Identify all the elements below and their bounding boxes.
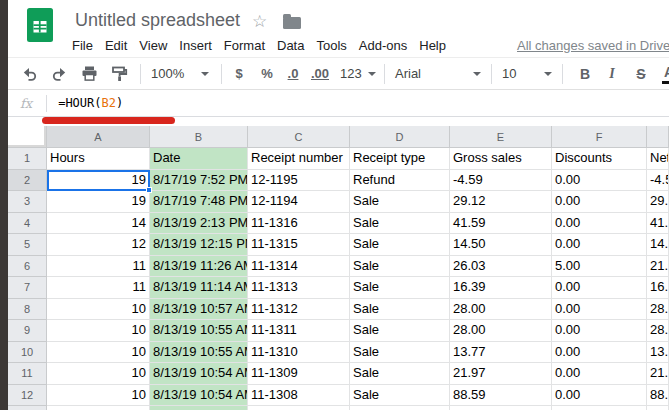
cell-D9[interactable]: Sale	[350, 320, 450, 342]
increase-decimals-button[interactable]: .00	[308, 66, 332, 81]
menu-help[interactable]: Help	[419, 36, 446, 56]
cell-B11[interactable]: 8/13/19 10:54 AM	[150, 363, 248, 385]
cell-A11[interactable]: 10	[47, 363, 150, 385]
cell-A10[interactable]: 10	[47, 342, 150, 364]
cell-F12[interactable]: 0.00	[552, 385, 647, 407]
row-header-13[interactable]	[8, 406, 47, 410]
star-icon[interactable]: ☆	[252, 11, 267, 32]
paint-format-button[interactable]	[111, 65, 128, 82]
row-header-6[interactable]: 6	[8, 256, 47, 278]
document-title[interactable]: Untitled spreadsheet	[75, 10, 240, 31]
currency-format-button[interactable]: $	[230, 66, 248, 81]
cell-C13[interactable]	[248, 406, 350, 410]
cell-B2[interactable]: 8/17/19 7:52 PM	[150, 170, 248, 192]
cell-A9[interactable]: 10	[47, 320, 150, 342]
column-header-B[interactable]: B	[150, 126, 248, 148]
save-status-link[interactable]: All changes saved in Drive	[517, 38, 669, 53]
cell-D5[interactable]: Sale	[350, 234, 450, 256]
cell-C2[interactable]: 12-1195	[248, 170, 350, 192]
cell-F10[interactable]: 0.00	[552, 342, 647, 364]
row-header-3[interactable]: 3	[8, 191, 47, 213]
zoom-select[interactable]: 100%	[151, 66, 209, 81]
cell-D7[interactable]: Sale	[350, 277, 450, 299]
cell-G11[interactable]: 21.97	[647, 363, 669, 385]
row-header-11[interactable]: 11	[8, 363, 47, 385]
cell-D3[interactable]: Sale	[350, 191, 450, 213]
cell-G1[interactable]: Net sales	[647, 148, 669, 170]
cell-D10[interactable]: Sale	[350, 342, 450, 364]
column-header-A[interactable]: A	[47, 126, 150, 148]
cell-F3[interactable]: 0.00	[552, 191, 647, 213]
row-header-9[interactable]: 9	[8, 320, 47, 342]
cell-E6[interactable]: 26.03	[450, 256, 552, 278]
cell-E4[interactable]: 41.59	[450, 213, 552, 235]
menu-add-ons[interactable]: Add-ons	[359, 36, 407, 56]
cell-E5[interactable]: 14.50	[450, 234, 552, 256]
cell-F8[interactable]: 0.00	[552, 299, 647, 321]
cell-D13[interactable]	[350, 406, 450, 410]
row-header-1[interactable]: 1	[8, 148, 47, 170]
cell-G6[interactable]: 21.03	[647, 256, 669, 278]
cell-D4[interactable]: Sale	[350, 213, 450, 235]
cell-E13[interactable]	[450, 406, 552, 410]
cell-F2[interactable]: 0.00	[552, 170, 647, 192]
cell-B12[interactable]: 8/13/19 10:54 AM	[150, 385, 248, 407]
fill-handle[interactable]	[146, 187, 152, 193]
cell-A4[interactable]: 14	[47, 213, 150, 235]
cell-A7[interactable]: 11	[47, 277, 150, 299]
text-color-button[interactable]: A	[661, 64, 669, 84]
cell-E10[interactable]: 13.77	[450, 342, 552, 364]
cell-E7[interactable]: 16.39	[450, 277, 552, 299]
cell-D11[interactable]: Sale	[350, 363, 450, 385]
cell-G4[interactable]: 41.59	[647, 213, 669, 235]
cell-E12[interactable]: 88.59	[450, 385, 552, 407]
cell-B5[interactable]: 8/13/19 12:15 PM	[150, 234, 248, 256]
row-header-7[interactable]: 7	[8, 277, 47, 299]
cell-C1[interactable]: Receipt number	[248, 148, 350, 170]
cell-B8[interactable]: 8/13/19 10:57 AM	[150, 299, 248, 321]
cell-G3[interactable]: 29.12	[647, 191, 669, 213]
cell-C11[interactable]: 11-1309	[248, 363, 350, 385]
cell-C5[interactable]: 11-1315	[248, 234, 350, 256]
cell-F7[interactable]: 0.00	[552, 277, 647, 299]
font-family-select[interactable]: Arial	[395, 66, 481, 81]
cell-G2[interactable]: -4.59	[647, 170, 669, 192]
cell-A6[interactable]: 11	[47, 256, 150, 278]
cell-B4[interactable]: 8/13/19 2:13 PM	[150, 213, 248, 235]
column-header-partial[interactable]	[647, 126, 669, 148]
menu-data[interactable]: Data	[277, 36, 304, 56]
cell-C6[interactable]: 11-1314	[248, 256, 350, 278]
menu-file[interactable]: File	[72, 36, 93, 56]
percent-format-button[interactable]: %	[258, 66, 276, 81]
cell-F13[interactable]	[552, 406, 647, 410]
font-size-select[interactable]: 10	[502, 66, 552, 81]
menu-insert[interactable]: Insert	[179, 36, 212, 56]
move-to-folder-icon[interactable]	[283, 17, 301, 29]
cell-C3[interactable]: 12-1194	[248, 191, 350, 213]
cell-G9[interactable]: 28.00	[647, 320, 669, 342]
cell-A13[interactable]	[47, 406, 150, 410]
strikethrough-button[interactable]: S	[633, 66, 649, 82]
cell-G10[interactable]: 13.77	[647, 342, 669, 364]
select-all-corner[interactable]	[8, 126, 47, 148]
cell-G7[interactable]: 16.39	[647, 277, 669, 299]
cell-E8[interactable]: 28.00	[450, 299, 552, 321]
cell-B13[interactable]	[150, 406, 248, 410]
cell-E2[interactable]: -4.59	[450, 170, 552, 192]
formula-input[interactable]: =HOUR(B2)	[58, 96, 123, 110]
cell-G8[interactable]: 28.00	[647, 299, 669, 321]
italic-button[interactable]: I	[604, 66, 620, 82]
row-header-10[interactable]: 10	[8, 342, 47, 364]
cell-F11[interactable]: 0.00	[552, 363, 647, 385]
cell-B9[interactable]: 8/13/19 10:55 AM	[150, 320, 248, 342]
menu-edit[interactable]: Edit	[105, 36, 127, 56]
cell-A5[interactable]: 12	[47, 234, 150, 256]
more-formats-button[interactable]: 123	[340, 66, 376, 81]
column-header-C[interactable]: C	[248, 126, 350, 148]
redo-button[interactable]	[51, 65, 68, 82]
cell-C10[interactable]: 11-1310	[248, 342, 350, 364]
cell-D2[interactable]: Refund	[350, 170, 450, 192]
print-button[interactable]	[81, 65, 98, 82]
cell-E3[interactable]: 29.12	[450, 191, 552, 213]
menu-view[interactable]: View	[139, 36, 167, 56]
